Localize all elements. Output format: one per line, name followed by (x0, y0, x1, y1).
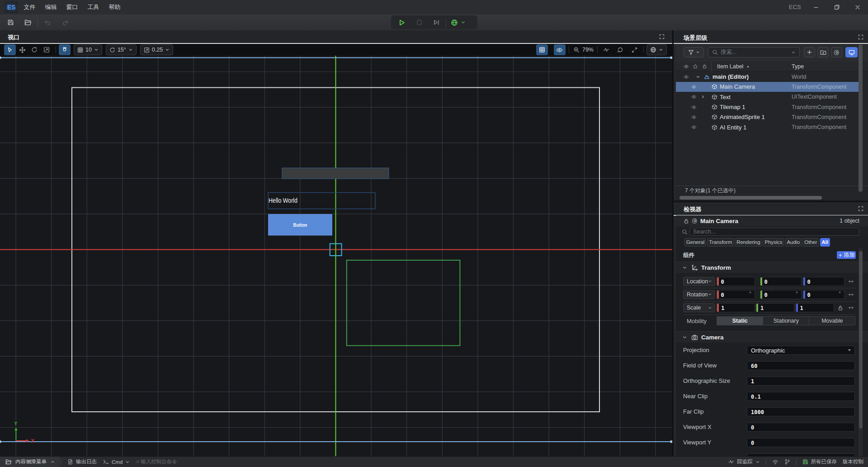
add-component-button[interactable]: 添加 (837, 251, 856, 259)
console-command-input[interactable]: > 输入控制台命令 (136, 458, 177, 465)
menu-item[interactable]: 帮助 (104, 0, 125, 14)
play-mode-globe-icon[interactable] (447, 15, 462, 29)
maximize-button[interactable] (826, 0, 847, 14)
mobility-option[interactable]: Static (717, 317, 763, 325)
chevron-down-icon[interactable] (696, 75, 700, 79)
transform-section-header[interactable]: Transform (676, 262, 868, 273)
move-tool-button[interactable] (16, 44, 28, 55)
y-value-field[interactable]: 0° (760, 290, 802, 299)
trace-dropdown[interactable]: 回追踪 (728, 458, 760, 465)
inspector-tab[interactable]: General (684, 238, 706, 247)
y-value-field[interactable]: 1° (756, 303, 794, 312)
add-folder-button[interactable] (817, 47, 829, 57)
version-control-button[interactable]: 版本控制 (843, 458, 863, 465)
property-input[interactable]: 0 (747, 423, 855, 432)
reset-view-button[interactable] (614, 44, 626, 55)
output-log-button[interactable]: 输出日志 (67, 458, 97, 465)
hierarchy-row[interactable]: Main Camera TransformComponent (676, 82, 859, 92)
network-status-icon[interactable] (772, 459, 778, 465)
stop-button[interactable] (410, 15, 428, 29)
add-entity-button[interactable] (804, 47, 815, 57)
property-input[interactable]: 0.1 (747, 392, 855, 401)
reset-values-icon[interactable] (848, 292, 854, 297)
close-button[interactable] (847, 0, 868, 14)
zoom-level[interactable]: 79% (582, 47, 594, 53)
open-button[interactable] (22, 17, 34, 29)
hierarchy-expand-icon[interactable] (858, 34, 863, 40)
eye-icon[interactable] (691, 94, 697, 100)
mobility-option[interactable]: Stationary (763, 317, 809, 325)
world-dropdown[interactable] (646, 44, 667, 55)
step-button[interactable] (428, 15, 445, 29)
menu-item[interactable]: 工具 (83, 0, 104, 14)
vector-label-dropdown[interactable]: Rotation (683, 290, 715, 299)
inspector-search-input[interactable]: Search... (689, 228, 859, 236)
z-value-field[interactable]: 0° (803, 290, 844, 299)
eye-icon[interactable] (691, 84, 697, 90)
visibility-toggle-button[interactable] (554, 44, 566, 55)
column-type[interactable]: Type (792, 63, 804, 70)
hierarchy-row[interactable]: AI Entity 1 TransformComponent (676, 122, 859, 132)
inspector-scrollbar-track[interactable] (859, 248, 863, 457)
hierarchy-row[interactable]: Tilemap 1 TransformComponent (676, 102, 859, 112)
eye-icon[interactable] (684, 74, 689, 80)
grid-snap-dropdown[interactable]: 10 (74, 44, 102, 55)
eye-icon[interactable] (691, 114, 697, 120)
hierarchy-hscrollbar[interactable] (679, 196, 822, 200)
inspector-tab[interactable]: Physics (763, 238, 784, 247)
save-button[interactable] (5, 17, 16, 29)
property-input[interactable]: 0 (747, 438, 855, 447)
lock-open-icon[interactable] (684, 218, 689, 224)
scale-tool-button[interactable] (41, 44, 52, 55)
source-control-branch-icon[interactable] (784, 459, 790, 465)
mobility-option[interactable]: Movable (809, 317, 855, 325)
chevron-right-icon[interactable] (701, 95, 705, 99)
z-value-field[interactable]: 1° (796, 303, 834, 312)
vector-label-dropdown[interactable]: Scale (683, 303, 715, 312)
property-input[interactable]: 1 (747, 376, 855, 386)
eye-icon[interactable] (691, 105, 697, 110)
reset-values-icon[interactable] (848, 305, 854, 310)
cmd-dropdown[interactable]: Cmd (103, 459, 130, 465)
hierarchy-row[interactable]: Text UITextComponent (676, 92, 859, 102)
minimize-button[interactable] (806, 0, 826, 14)
sort-ascending-icon[interactable]: ▲ (746, 64, 750, 68)
eye-column-icon[interactable] (684, 64, 689, 69)
property-input[interactable]: 60 (747, 361, 855, 370)
x-value-field[interactable]: 0° (717, 290, 755, 299)
menu-item[interactable]: 窗口 (61, 0, 83, 14)
star-column-icon[interactable] (693, 64, 698, 69)
play-mode-dropdown[interactable] (461, 20, 466, 25)
hierarchy-vscrollbar[interactable] (859, 44, 863, 192)
y-value-field[interactable]: 0° (760, 277, 802, 286)
vector-label-dropdown[interactable]: Location (683, 277, 715, 286)
inspector-tab[interactable]: Rendering (735, 238, 762, 247)
hierarchy-row[interactable]: main (Editor) World (676, 72, 859, 82)
z-value-field[interactable]: 0° (803, 277, 844, 286)
maximize-viewport-button[interactable] (628, 44, 640, 55)
gear-icon[interactable] (692, 218, 698, 224)
eye-icon[interactable] (691, 124, 697, 130)
filter-button[interactable] (684, 47, 704, 57)
stats-button[interactable] (600, 44, 612, 55)
camera-section-header[interactable]: Camera (676, 331, 868, 343)
viewport-expand-icon[interactable] (659, 34, 665, 39)
inspector-tab[interactable]: All (820, 238, 830, 247)
inspector-tab[interactable]: Transform (707, 238, 734, 247)
inspector-tab[interactable]: Other (802, 238, 819, 247)
content-drawer-button[interactable]: 内容侧滑菜单 (0, 457, 60, 467)
undo-button[interactable] (42, 17, 53, 29)
x-value-field[interactable]: 1° (717, 303, 755, 312)
play-button[interactable] (393, 15, 410, 29)
inspector-expand-icon[interactable] (858, 206, 863, 211)
rotate-snap-dropdown[interactable]: 15° (106, 44, 137, 55)
hierarchy-settings-button[interactable] (831, 47, 842, 57)
lock-column-icon[interactable] (702, 64, 707, 69)
inspector-scrollbar-thumb[interactable] (859, 251, 863, 429)
property-input[interactable]: Orthographic (747, 346, 855, 355)
snap-toggle-button[interactable] (59, 44, 71, 55)
scale-snap-dropdown[interactable]: 0.25 (140, 44, 173, 55)
rotate-tool-button[interactable] (28, 44, 40, 55)
property-input[interactable]: 1000 (747, 407, 855, 416)
hierarchy-search-input[interactable]: 搜索... (708, 47, 800, 57)
